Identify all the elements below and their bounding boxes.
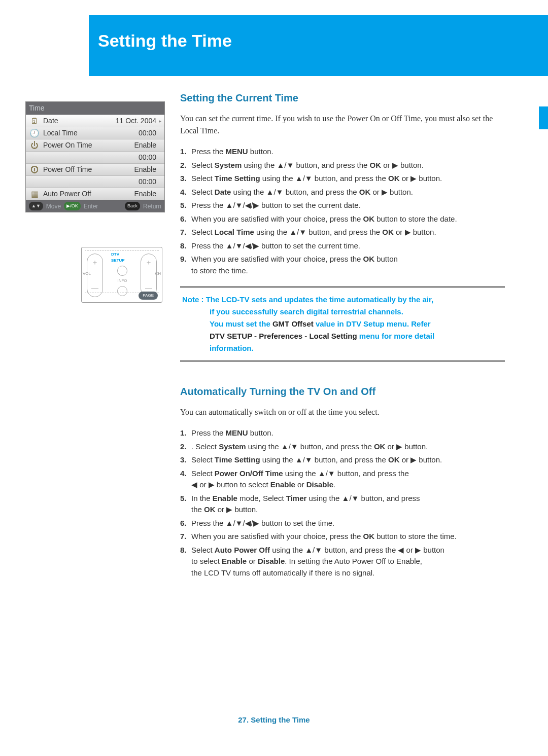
section-heading-auto-onoff: Automatically Turning the TV On and Off bbox=[180, 384, 505, 399]
back-icon: Back bbox=[125, 202, 140, 211]
step-item: Press the ▲/▼/◀/▶ button to set the curr… bbox=[180, 200, 505, 211]
remote-diagram: VOL CH ＋ — ＋ — DTV SETUP INFO PAGE bbox=[81, 247, 162, 303]
steps-list-1: Press the MENU button. Select System usi… bbox=[180, 146, 505, 276]
page-badge: PAGE bbox=[139, 292, 158, 300]
ok-icon: ▶/OK bbox=[64, 202, 81, 211]
side-tab bbox=[539, 106, 548, 129]
section-heading-current-time: Setting the Current Time bbox=[180, 90, 505, 105]
osd-value: 00:00 bbox=[111, 152, 156, 163]
plus-icon: ＋ bbox=[145, 257, 152, 268]
osd-label: Auto Power Off bbox=[43, 189, 111, 199]
intro-text: You can automatically switch on or off a… bbox=[180, 406, 505, 418]
steps-list-2: Press the MENU button. . Select System u… bbox=[180, 427, 505, 579]
vol-rocker: ＋ — bbox=[87, 254, 103, 297]
osd-value: 00:00 bbox=[111, 128, 156, 138]
info-label: INFO bbox=[117, 278, 127, 284]
osd-value: 00:00 bbox=[111, 176, 156, 187]
power-off-icon: ⏼ bbox=[26, 164, 43, 176]
plus-icon: ＋ bbox=[91, 257, 98, 268]
osd-label: Date bbox=[43, 116, 111, 126]
page-title: Setting the Time bbox=[98, 28, 548, 54]
osd-label: Local Time bbox=[43, 128, 111, 138]
step-item: Select Power On/Off Time using the ▲/▼ b… bbox=[180, 468, 505, 491]
osd-menu: Time 🗓 Date 11 Oct. 2004 ▸ 🕘 Local Time … bbox=[25, 101, 165, 212]
auto-off-icon: ▦ bbox=[26, 188, 43, 200]
power-on-icon: ⏻ bbox=[26, 139, 43, 152]
clock-icon: 🕘 bbox=[26, 127, 43, 139]
step-item: Press the MENU button. bbox=[180, 146, 505, 158]
intro-text: You can set the current time. If you wis… bbox=[180, 113, 505, 137]
step-item: . Select System using the ▲/▼ button, an… bbox=[180, 441, 505, 453]
osd-row-power-on-time: 00:00 bbox=[26, 151, 164, 163]
step-item: When you are satisfied with your choice,… bbox=[180, 213, 505, 225]
osd-row-auto-off: ▦ Auto Power Off Enable bbox=[26, 188, 164, 200]
page-banner: Setting the Time bbox=[89, 15, 548, 76]
step-item: Press the MENU button. bbox=[180, 427, 505, 439]
step-item: Press the ▲/▼/◀/▶ button to set the time… bbox=[180, 518, 505, 529]
osd-label: Power Off Time bbox=[43, 164, 111, 175]
osd-title: Time bbox=[26, 102, 164, 115]
minus-icon: — bbox=[91, 283, 98, 294]
ch-rocker: ＋ — bbox=[141, 254, 157, 297]
step-item: Press the ▲/▼/◀/▶ button to set the curr… bbox=[180, 240, 505, 252]
step-item: Select Date using the ▲/▼ button, and pr… bbox=[180, 187, 505, 198]
osd-label: Power On Time bbox=[43, 140, 111, 151]
step-item: Select Time Setting using the ▲/▼ button… bbox=[180, 454, 505, 466]
osd-foot-move: Move bbox=[46, 202, 61, 211]
osd-row-date: 🗓 Date 11 Oct. 2004 ▸ bbox=[26, 115, 164, 127]
osd-value: Enable bbox=[111, 189, 156, 199]
osd-row-power-off: ⏼ Power Off Time Enable bbox=[26, 163, 164, 175]
step-item: When you are satisfied with your choice,… bbox=[180, 531, 505, 543]
step-item: In the Enable mode, Select Timer using t… bbox=[180, 493, 505, 516]
osd-footer: ▲▼ Move ▶/OK Enter Back Return bbox=[26, 200, 164, 212]
osd-value: Enable bbox=[111, 140, 156, 151]
osd-foot-enter: Enter bbox=[84, 202, 98, 211]
step-item: Select System using the ▲/▼ button, and … bbox=[180, 160, 505, 171]
dtv-setup-button-icon bbox=[117, 266, 127, 276]
dtv-setup-label: DTV SETUP bbox=[111, 251, 133, 264]
osd-row-power-off-time: 00:00 bbox=[26, 175, 164, 188]
note-block: Note : The LCD-TV sets and updates the t… bbox=[180, 286, 505, 362]
chevron-right-icon: ▸ bbox=[156, 117, 161, 125]
updown-icon: ▲▼ bbox=[29, 202, 43, 211]
osd-value: 11 Oct. 2004 bbox=[111, 116, 156, 126]
osd-foot-return: Return bbox=[143, 202, 161, 211]
osd-row-power-on: ⏻ Power On Time Enable bbox=[26, 139, 164, 151]
step-item: Select Local Time using the ▲/▼ button, … bbox=[180, 227, 505, 238]
osd-row-local-time: 🕘 Local Time 00:00 bbox=[26, 127, 164, 139]
step-item: When you are satisfied with your choice,… bbox=[180, 254, 505, 276]
page-footer: 27. Setting the Time bbox=[0, 714, 548, 726]
info-button-icon bbox=[117, 286, 127, 296]
calendar-icon: 🗓 bbox=[26, 115, 43, 127]
step-item: Select Time Setting using the ▲/▼ button… bbox=[180, 173, 505, 185]
osd-value: Enable bbox=[111, 164, 156, 175]
step-item: Select Auto Power Off using the ▲/▼ butt… bbox=[180, 545, 505, 579]
